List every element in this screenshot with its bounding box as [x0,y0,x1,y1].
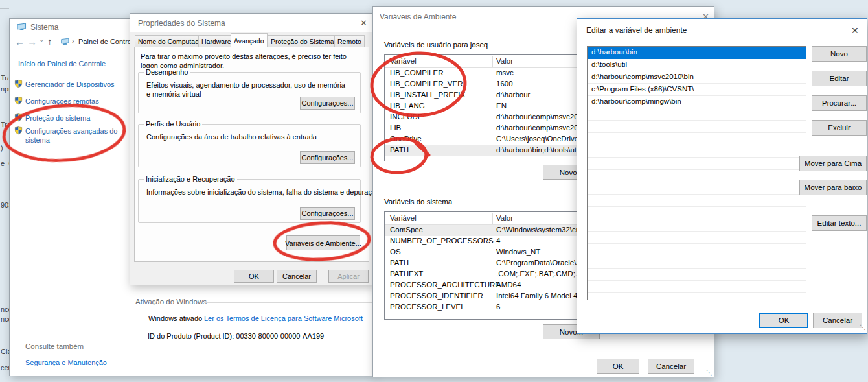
sidebar-item-remote-settings[interactable]: Configurações remotas [10,96,133,106]
background-text-fragment: nce [1,305,10,313]
close-icon[interactable]: ✕ [360,18,367,28]
var-value: 4 [496,237,500,245]
var-name: PATH [390,259,409,267]
background-text-fragment: Tra [1,121,10,128]
performance-settings-button[interactable]: Configurações... [300,97,355,110]
admin-logon-note: Para tirar o máximo proveito destas alte… [141,52,363,70]
tab-label: Remoto [337,38,361,45]
column-separator [492,213,493,224]
group-title: Desempenho [144,68,190,76]
var-name: LIB [390,124,401,132]
edit-text-button[interactable]: Editar texto... [812,215,867,231]
column-variable: Variável [390,214,417,222]
move-up-button[interactable]: Mover para Cima [799,156,867,171]
tab-label: Hardware [201,38,231,45]
dialog-title: Propriedades do Sistema [138,19,225,28]
var-name: OneDrive [390,135,422,143]
path-entry[interactable]: d:\harbour\comp\mingw\bin [588,96,806,108]
up-icon[interactable]: ↑ [47,36,52,47]
resize-grip[interactable]: ⋱ [860,324,866,331]
background-text-fragment: cer [1,364,10,372]
var-name: INCLUDE [390,113,422,121]
breadcrumb-pc-icon[interactable] [60,38,70,45]
history-dropdown-icon[interactable]: ⌄ [39,36,44,43]
var-name: PROCESSOR_LEVEL [390,303,465,311]
dialog-title: Editar a variável de ambiente [586,26,687,35]
path-entries-listbox[interactable]: d:\harbour\bin d:\tools\util d:\harbour\… [587,46,806,300]
cancel-button[interactable]: Cancelar [277,270,317,283]
tab-label: Avançado [234,37,264,45]
see-also-header: Consulte também [25,342,84,350]
sidebar-item-device-manager[interactable]: Gerenciador de Dispositivos [10,79,133,90]
uac-shield-icon [14,113,23,122]
environment-variables-button[interactable]: Variáveis de Ambiente... [286,235,360,250]
group-title: Perfis de Usuário [144,120,202,128]
tab-system-protection[interactable]: Proteção do Sistema [268,35,337,47]
background-text-fragment: Cla [1,348,10,355]
tab-advanced[interactable]: Avançado [231,33,268,47]
license-terms-link[interactable]: Ler os Termos de Licença para Software M… [204,315,363,322]
ok-button[interactable]: OK [597,359,639,374]
sidebar-item-advanced-system-settings[interactable]: Configurações avançadas do sistema [10,125,133,145]
group-description: Efeitos visuais, agendamento de processa… [146,80,351,99]
user-profiles-group: Perfis de Usuário Configurações da área … [138,124,361,167]
new-button[interactable]: Novo [812,46,867,62]
var-value: C:\Users\joseq\OneDrive [496,135,578,143]
user-profiles-settings-button[interactable]: Configurações... [300,151,355,164]
resize-grip[interactable]: ⋱ [706,369,713,376]
var-name: PATHEXT [390,270,423,278]
sidebar-item-control-panel-home[interactable]: Início do Painel de Controle [18,59,128,68]
background-divider [0,8,9,9]
sidebar-item-system-protection[interactable]: Proteção do sistema [10,113,133,123]
security-maintenance-link[interactable]: Segurança e Manutenção [25,359,107,366]
product-id-text: ID do Produto (Product ID): 00330-80000-… [148,332,324,340]
tab-remote[interactable]: Remoto [334,35,365,47]
activation-section-header: Ativação do Windows [135,298,207,305]
var-name: NUMBER_OF_PROCESSORS [390,237,494,245]
uac-shield-icon [14,79,23,88]
path-entry[interactable]: d:\harbour\comp\msvc2010\bin [588,71,806,84]
edit-environment-variable-dialog: Editar a variável de ambiente ✕ d:\harbo… [577,18,867,334]
ok-button[interactable]: OK [759,313,808,328]
path-entry[interactable]: d:\tools\util [588,59,806,71]
ok-button[interactable]: OK [234,270,274,283]
back-icon[interactable]: ← [15,36,25,47]
startup-recovery-settings-button[interactable]: Configurações... [300,207,355,220]
var-value: d:\harbour [496,91,530,99]
apply-button[interactable]: Aplicar [328,270,369,283]
path-entry-selected[interactable]: d:\harbour\bin [588,47,806,59]
var-value: 6 [496,303,500,311]
background-text-fragment: Tra [1,74,10,82]
delete-button[interactable]: Excluir [812,120,867,136]
column-value: Valor [496,57,513,65]
tab-label: Nome do Computador [138,38,205,45]
var-name: PROCESSOR_IDENTIFIER [390,292,483,300]
var-value: msvc [496,69,514,77]
cancel-button[interactable]: Cancelar [648,359,694,374]
window-title: Sistema [30,23,58,32]
activation-status: Windows ativado [148,315,202,322]
path-entry[interactable]: c:\Program Files (x86)\CVSNT\ [588,84,806,96]
forward-icon[interactable]: → [27,36,37,47]
breadcrumb[interactable]: Painel de Contro [78,38,135,45]
tab-label: Proteção do Sistema [271,38,334,45]
cancel-button[interactable]: Cancelar [813,313,862,328]
column-separator [492,56,493,67]
background-text-fragment: nce [1,315,10,323]
close-icon[interactable]: ✕ [851,25,859,36]
background-text-fragment: 903 [1,201,10,209]
sidebar-item-label: Proteção do sistema [25,113,128,123]
column-value: Valor [496,214,513,222]
tab-hardware[interactable]: Hardware [198,35,234,47]
background-text-fragment: ) [1,144,10,152]
edit-button[interactable]: Editar [812,71,867,86]
tab-computer-name[interactable]: Nome do Computador [135,35,208,47]
var-name: HB_COMPILER [390,69,443,77]
var-name: PATH [390,146,409,154]
move-down-button[interactable]: Mover para baixo [799,180,867,195]
uac-shield-icon [14,126,23,135]
system-properties-dialog: Propriedades do Sistema ✕ Nome do Comput… [130,13,373,285]
background-text-fragment: npu [1,85,10,93]
browse-button[interactable]: Procurar... [812,95,867,111]
section-divider [204,302,375,303]
